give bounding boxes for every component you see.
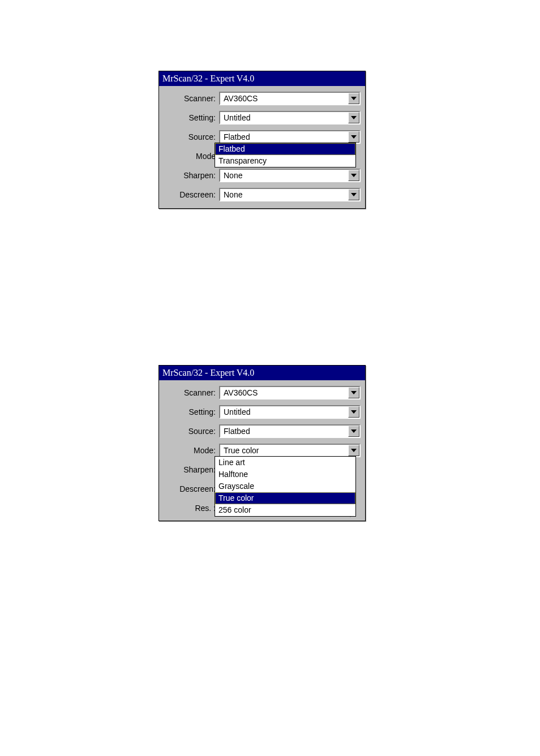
dropdown-button[interactable] bbox=[348, 170, 359, 181]
mode-value: True color bbox=[220, 446, 348, 455]
dropdown-button[interactable] bbox=[348, 445, 359, 456]
dropdown-button[interactable] bbox=[348, 406, 359, 418]
mode-option-lineart[interactable]: Line art bbox=[215, 457, 355, 469]
setting-combo[interactable]: Untitled bbox=[219, 405, 361, 419]
scanner-combo[interactable]: AV360CS bbox=[219, 92, 361, 105]
scanner-value: AV360CS bbox=[220, 94, 348, 103]
setting-combo[interactable]: Untitled bbox=[219, 111, 361, 124]
chevron-down-icon bbox=[351, 116, 357, 119]
scanner-label: Scanner: bbox=[164, 388, 219, 397]
chevron-down-icon bbox=[351, 449, 357, 452]
chevron-down-icon bbox=[351, 410, 357, 414]
scanner-panel-1: MrScan/32 - Expert V4.0 Scanner: AV360CS… bbox=[158, 71, 366, 209]
scanner-value: AV360CS bbox=[220, 388, 348, 397]
mode-option-grayscale[interactable]: Grayscale bbox=[215, 480, 355, 492]
source-label: Source: bbox=[164, 132, 219, 141]
chevron-down-icon bbox=[351, 97, 357, 100]
chevron-down-icon bbox=[351, 429, 357, 433]
scanner-panel-2: MrScan/32 - Expert V4.0 Scanner: AV360CS… bbox=[158, 365, 366, 521]
descreen-label: Descreen: bbox=[164, 484, 219, 493]
mode-option-truecolor[interactable]: True color bbox=[215, 492, 355, 504]
setting-label: Setting: bbox=[164, 113, 219, 122]
sharpen-row: Sharpen: None bbox=[164, 167, 361, 183]
mode-label: Mode: bbox=[164, 446, 219, 455]
setting-label: Setting: bbox=[164, 407, 219, 416]
source-row: Source: Flatbed bbox=[164, 423, 361, 439]
sharpen-combo[interactable]: None bbox=[219, 169, 361, 182]
window-title: MrScan/32 - Expert V4.0 bbox=[159, 71, 365, 86]
source-option-flatbed[interactable]: Flatbed bbox=[215, 143, 355, 155]
source-combo[interactable]: Flatbed bbox=[219, 424, 361, 438]
mode-listbox[interactable]: Line art Halftone Grayscale True color 2… bbox=[215, 456, 356, 517]
scanner-row: Scanner: AV360CS bbox=[164, 91, 361, 106]
window-title: MrScan/32 - Expert V4.0 bbox=[159, 366, 365, 380]
source-listbox[interactable]: Flatbed Transparency bbox=[215, 143, 356, 167]
chevron-down-icon bbox=[351, 193, 357, 196]
source-value: Flatbed bbox=[220, 132, 348, 141]
panel-body: Scanner: AV360CS Setting: Untitled Sourc… bbox=[159, 380, 365, 521]
dropdown-button[interactable] bbox=[348, 426, 359, 437]
dropdown-button[interactable] bbox=[348, 93, 359, 104]
panel-body: Scanner: AV360CS Setting: Untitled Sourc… bbox=[159, 86, 365, 208]
res-label: Res. : bbox=[164, 504, 219, 513]
descreen-label: Descreen: bbox=[164, 190, 219, 199]
scanner-row: Scanner: AV360CS bbox=[164, 385, 361, 401]
source-label: Source: bbox=[164, 427, 219, 436]
setting-value: Untitled bbox=[220, 407, 348, 416]
scanner-label: Scanner: bbox=[164, 94, 219, 103]
scanner-combo[interactable]: AV360CS bbox=[219, 386, 361, 400]
descreen-row: Descreen: None bbox=[164, 187, 361, 203]
dropdown-button[interactable] bbox=[348, 131, 359, 143]
descreen-value: None bbox=[220, 190, 348, 199]
dropdown-button[interactable] bbox=[348, 189, 359, 200]
setting-row: Setting: Untitled bbox=[164, 110, 361, 126]
mode-option-halftone[interactable]: Halftone bbox=[215, 469, 355, 480]
chevron-down-icon bbox=[351, 135, 357, 139]
dropdown-button[interactable] bbox=[348, 112, 359, 123]
source-option-transparency[interactable]: Transparency bbox=[215, 155, 355, 167]
source-value: Flatbed bbox=[220, 427, 348, 436]
chevron-down-icon bbox=[351, 174, 357, 177]
chevron-down-icon bbox=[351, 391, 357, 394]
mode-combo[interactable]: True color bbox=[219, 444, 361, 457]
sharpen-value: None bbox=[220, 171, 348, 180]
setting-value: Untitled bbox=[220, 113, 348, 122]
mode-option-256color[interactable]: 256 color bbox=[215, 504, 355, 516]
dropdown-button[interactable] bbox=[348, 387, 359, 398]
sharpen-label: Sharpen: bbox=[164, 171, 219, 180]
setting-row: Setting: Untitled bbox=[164, 404, 361, 420]
source-combo[interactable]: Flatbed bbox=[219, 130, 361, 144]
sharpen-label: Sharpen: bbox=[164, 465, 219, 474]
descreen-combo[interactable]: None bbox=[219, 188, 361, 201]
mode-label: Mode bbox=[164, 152, 219, 161]
